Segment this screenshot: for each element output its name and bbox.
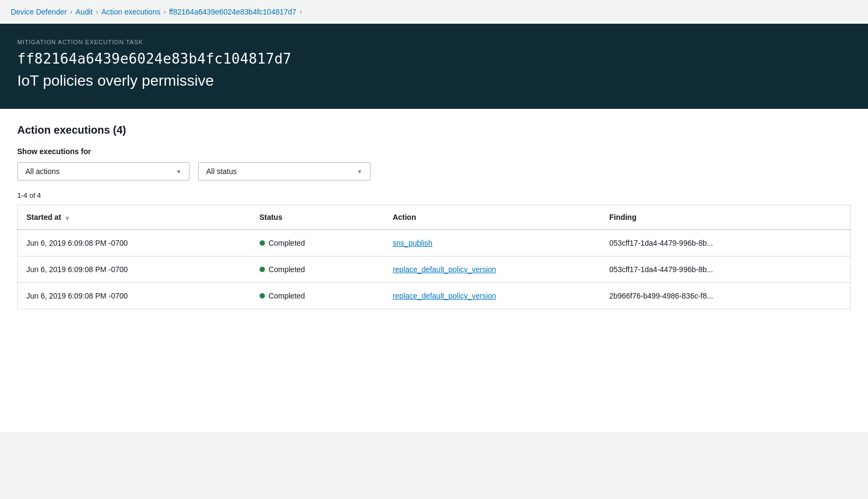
breadcrumb-task-id[interactable]: ff82164a6439e6024e83b4fc104817d7 [169, 8, 296, 16]
cell-status: Completed [251, 257, 384, 283]
breadcrumb-sep-3: › [164, 8, 166, 16]
status-text: Completed [269, 265, 305, 274]
cell-action[interactable]: sns_publish [384, 230, 600, 257]
col-header-finding: Finding [600, 205, 850, 230]
status-filter-select[interactable]: All status ▼ [198, 162, 370, 181]
col-header-started-at[interactable]: Started at ∨ [18, 205, 251, 230]
sort-icon-started-at: ∨ [65, 215, 69, 221]
table-row: Jun 6, 2019 6:09:08 PM -0700Completedrep… [18, 283, 851, 309]
actions-filter-select[interactable]: All actions ▼ [17, 162, 190, 181]
status-dot-icon [260, 267, 265, 272]
cell-finding: 053cff17-1da4-4479-996b-8b... [600, 257, 850, 283]
breadcrumb-sep-2: › [96, 8, 98, 16]
cell-finding: 053cff17-1da4-4479-996b-8b... [600, 230, 850, 257]
actions-filter-value: All actions [25, 167, 60, 176]
cell-finding: 2b966f76-b499-4986-836c-f8... [600, 283, 850, 309]
pagination-info: 1-4 of 4 [17, 191, 851, 199]
cell-action[interactable]: replace_default_policy_version [384, 283, 600, 309]
filter-row: All actions ▼ All status ▼ [17, 162, 851, 181]
cell-started-at: Jun 6, 2019 6:09:08 PM -0700 [18, 283, 251, 309]
executions-table: Started at ∨ Status Action Finding Jun 6… [17, 205, 851, 309]
status-text: Completed [269, 239, 305, 247]
task-id: ff82164a6439e6024e83b4fc104817d7 [17, 51, 851, 67]
breadcrumb-action-executions[interactable]: Action executions [101, 8, 160, 16]
table-row: Jun 6, 2019 6:09:08 PM -0700Completedsns… [18, 230, 851, 257]
table-header-row: Started at ∨ Status Action Finding [18, 205, 851, 230]
action-link[interactable]: replace_default_policy_version [393, 292, 496, 300]
breadcrumb-sep-1: › [70, 8, 72, 16]
breadcrumb-device-defender[interactable]: Device Defender [11, 8, 67, 16]
breadcrumb-audit[interactable]: Audit [75, 8, 93, 16]
status-dot-icon [260, 240, 265, 246]
col-header-action: Action [384, 205, 600, 230]
status-filter-chevron-icon: ▼ [357, 169, 362, 175]
cell-status: Completed [251, 283, 384, 309]
status-filter-value: All status [206, 167, 237, 176]
header-banner: MITIGATION ACTION EXECUTION TASK ff82164… [0, 24, 868, 109]
main-content: Action executions (4) Show executions fo… [0, 109, 868, 432]
task-label: MITIGATION ACTION EXECUTION TASK [17, 39, 851, 45]
status-text: Completed [269, 292, 305, 300]
table-row: Jun 6, 2019 6:09:08 PM -0700Completedrep… [18, 257, 851, 283]
actions-filter-chevron-icon: ▼ [176, 169, 181, 175]
breadcrumb: Device Defender › Audit › Action executi… [0, 0, 868, 24]
action-link[interactable]: replace_default_policy_version [393, 265, 496, 274]
col-header-status: Status [251, 205, 384, 230]
section-title: Action executions (4) [17, 124, 851, 136]
cell-status: Completed [251, 230, 384, 257]
cell-started-at: Jun 6, 2019 6:09:08 PM -0700 [18, 257, 251, 283]
action-link[interactable]: sns_publish [393, 239, 432, 247]
cell-action[interactable]: replace_default_policy_version [384, 257, 600, 283]
filter-label: Show executions for [17, 147, 851, 156]
cell-started-at: Jun 6, 2019 6:09:08 PM -0700 [18, 230, 251, 257]
status-dot-icon [260, 293, 265, 299]
breadcrumb-sep-4: › [299, 8, 302, 16]
task-name: IoT policies overly permissive [17, 72, 851, 89]
